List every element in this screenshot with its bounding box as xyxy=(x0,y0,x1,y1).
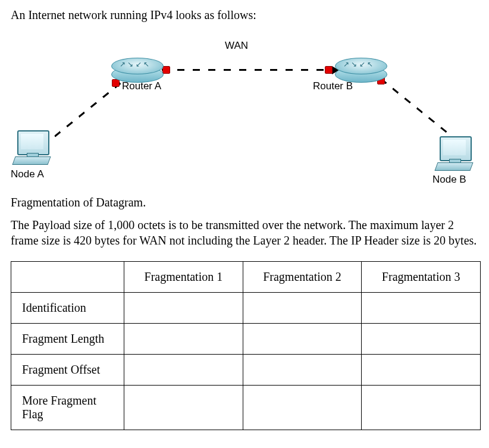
table-corner-cell xyxy=(11,262,124,293)
wan-label: WAN xyxy=(225,40,248,52)
table-row: Fragment Offset xyxy=(11,355,481,386)
problem-text: The Payload size of 1,000 octets is to b… xyxy=(11,218,478,248)
table-cell xyxy=(124,355,243,386)
table-cell xyxy=(243,324,362,355)
table-cell xyxy=(124,386,243,430)
network-diagram: ↗ ↘ ↙ ↖ ↗ ↘ ↙ ↖ WAN Router A Router B No… xyxy=(11,30,478,185)
page-title: An Internet network running IPv4 looks a… xyxy=(11,8,478,22)
link-routerb-nodeb xyxy=(380,78,460,143)
endpoint-dot xyxy=(325,66,333,74)
node-b-label: Node B xyxy=(432,174,466,186)
table-cell xyxy=(362,386,481,430)
table-header-row: Fragmentation 1 Fragmentation 2 Fragment… xyxy=(11,262,481,293)
table-cell xyxy=(362,355,481,386)
col-header: Fragmentation 1 xyxy=(124,262,243,293)
fragmentation-table: Fragmentation 1 Fragmentation 2 Fragment… xyxy=(11,261,481,430)
table-cell xyxy=(362,293,481,324)
node-a-label: Node A xyxy=(11,168,44,180)
table-row: Identification xyxy=(11,293,481,324)
table-cell xyxy=(243,386,362,430)
row-label: More Fragment Flag xyxy=(11,386,124,430)
link-wan xyxy=(162,69,336,71)
table-cell xyxy=(362,324,481,355)
table-row: Fragment Length xyxy=(11,324,481,355)
table-row: More Fragment Flag xyxy=(11,386,481,430)
node-b-icon xyxy=(436,136,478,172)
col-header: Fragmentation 2 xyxy=(243,262,362,293)
router-a-label: Router A xyxy=(122,80,161,92)
table-cell xyxy=(243,355,362,386)
section-heading: Fragmentation of Datagram. xyxy=(11,196,478,209)
router-b-label: Router B xyxy=(313,80,353,92)
row-label: Identification xyxy=(11,293,124,324)
table-cell xyxy=(124,293,243,324)
row-label: Fragment Length xyxy=(11,324,124,355)
row-label: Fragment Offset xyxy=(11,355,124,386)
col-header: Fragmentation 3 xyxy=(362,262,481,293)
table-cell xyxy=(124,324,243,355)
endpoint-dot xyxy=(162,66,170,74)
table-cell xyxy=(243,293,362,324)
node-a-icon xyxy=(14,130,55,166)
